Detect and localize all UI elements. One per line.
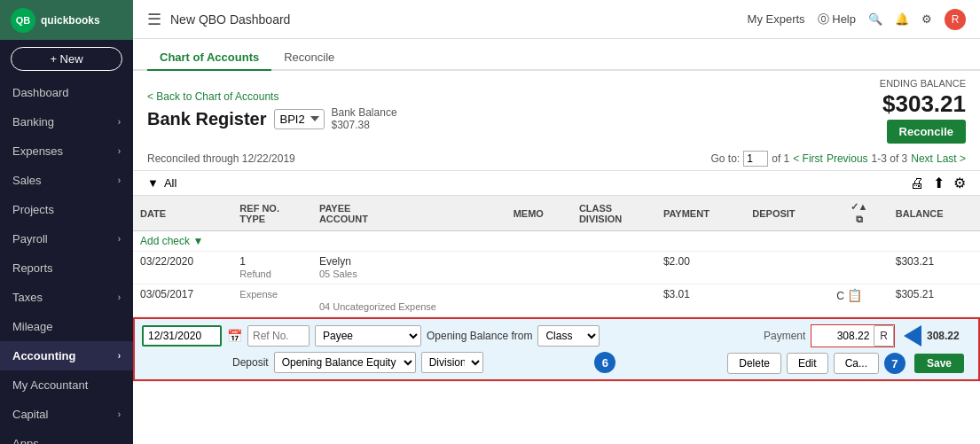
- cell-deposit: [745, 284, 829, 317]
- goto-label: Go to:: [711, 152, 741, 165]
- bank-balance-value: $307.38: [332, 119, 397, 131]
- sidebar-item-label: Dashboard: [12, 86, 69, 99]
- sidebar-item-sales[interactable]: Sales ›: [0, 166, 133, 195]
- cancel-button[interactable]: Ca...: [834, 353, 879, 374]
- last-link[interactable]: Last >: [937, 152, 966, 165]
- col-memo: MEMO: [506, 196, 572, 231]
- chevron-right-icon: ›: [118, 234, 121, 244]
- balance-value: 308.22: [927, 330, 971, 342]
- my-experts-button[interactable]: My Experts: [748, 12, 805, 26]
- cell-memo: [506, 284, 572, 317]
- sidebar-item-taxes[interactable]: Taxes ›: [0, 283, 133, 312]
- app-logo: QB quickbooks: [0, 0, 133, 40]
- sidebar-item-reports[interactable]: Reports: [0, 253, 133, 283]
- bank-balance-info: Bank Balance $307.38: [332, 106, 397, 131]
- sidebar-item-apps[interactable]: Apps: [0, 429, 133, 444]
- chevron-right-icon: ›: [118, 292, 121, 302]
- tab-chart-of-accounts[interactable]: Chart of Accounts: [147, 45, 271, 71]
- back-link[interactable]: < Back to Chart of Accounts: [147, 90, 397, 103]
- search-icon[interactable]: 🔍: [868, 12, 882, 26]
- sidebar-item-mileage[interactable]: Mileage: [0, 312, 133, 341]
- edit-button[interactable]: Edit: [787, 353, 828, 374]
- col-date: DATE: [133, 196, 232, 231]
- new-button[interactable]: + New: [11, 47, 122, 71]
- sidebar-item-label: Reports: [12, 261, 53, 275]
- payee-select[interactable]: Payee: [315, 325, 421, 347]
- settings-icon[interactable]: ⚙: [921, 12, 932, 26]
- add-check-dropdown-icon[interactable]: ▼: [192, 235, 203, 247]
- calendar-icon[interactable]: 📅: [227, 329, 242, 343]
- sidebar-item-label: Payroll: [12, 232, 48, 245]
- refno-input[interactable]: [247, 325, 310, 347]
- payment-label: Payment: [764, 330, 805, 342]
- date-input[interactable]: [142, 325, 222, 347]
- logo-text: quickbooks: [41, 14, 100, 27]
- col-balance: BALANCE: [889, 196, 980, 231]
- sidebar-item-label: Capital: [12, 408, 48, 421]
- sidebar-item-projects[interactable]: Projects: [0, 195, 133, 224]
- reconciled-through-text: Reconciled through 12/22/2019: [147, 152, 295, 165]
- sidebar-item-dashboard[interactable]: Dashboard: [0, 78, 133, 107]
- sidebar-item-expenses[interactable]: Expenses ›: [0, 136, 133, 166]
- user-avatar[interactable]: R: [945, 9, 966, 30]
- first-link[interactable]: < First: [793, 152, 823, 165]
- division-select[interactable]: Division: [421, 352, 483, 373]
- reconcile-button[interactable]: Reconcile: [887, 120, 966, 144]
- export-icon[interactable]: ⬆: [933, 175, 945, 191]
- sidebar-item-label: Accounting: [12, 349, 76, 362]
- filter-right: 🖨 ⬆ ⚙: [910, 175, 966, 191]
- settings-table-icon[interactable]: ⚙: [953, 175, 966, 191]
- sidebar-item-capital[interactable]: Capital ›: [0, 400, 133, 429]
- blue-arrow-icon: [904, 325, 921, 347]
- logo-icon: QB: [11, 8, 35, 33]
- payment-input[interactable]: [811, 325, 874, 347]
- opening-balance-label: Opening Balance from: [427, 330, 532, 342]
- deposit-label: Deposit: [232, 356, 269, 369]
- sidebar-item-label: Apps: [12, 437, 39, 444]
- entry-row-2: Deposit Opening Balance Equity Division …: [142, 351, 971, 374]
- cell-payment: $3.01: [656, 284, 745, 317]
- sidebar-item-label: Taxes: [12, 291, 43, 304]
- account-selector[interactable]: BPI2: [274, 109, 325, 129]
- add-check-label[interactable]: Add check: [140, 235, 190, 247]
- step-6-badge: 6: [594, 352, 615, 373]
- filter-icon[interactable]: ▼: [147, 176, 159, 190]
- class-select[interactable]: Class: [537, 325, 600, 347]
- sidebar-item-label: Mileage: [12, 320, 53, 333]
- goto-input[interactable]: [743, 151, 768, 167]
- table-row[interactable]: 03/22/2020 1Refund Evelyn05 Sales $2.00 …: [133, 252, 980, 284]
- step-7-badge: 7: [884, 353, 906, 374]
- sidebar-item-my-accountant[interactable]: My Accountant: [0, 370, 133, 400]
- filter-all-label: All: [164, 176, 176, 190]
- cell-ref: 1Refund: [232, 252, 312, 284]
- sidebar-item-accounting[interactable]: Accounting ›: [0, 341, 133, 370]
- cell-payee: Evelyn05 Sales: [312, 252, 506, 284]
- chevron-right-icon: ›: [118, 351, 121, 361]
- topbar-right: My Experts ⓪ Help 🔍 🔔 ⚙ R: [748, 9, 966, 30]
- account-entry-select[interactable]: Opening Balance Equity: [274, 352, 416, 373]
- goto-section: Go to: of 1 < First Previous 1-3 of 3 Ne…: [711, 151, 966, 167]
- page-title: New QBO Dashboard: [170, 12, 290, 27]
- tab-reconcile[interactable]: Reconcile: [271, 45, 347, 71]
- save-button[interactable]: Save: [914, 354, 964, 373]
- notifications-icon[interactable]: 🔔: [895, 12, 909, 26]
- col-class: CLASSDIVISION: [572, 196, 656, 231]
- col-payee: PAYEEACCOUNT: [312, 196, 506, 231]
- topbar-left: ☰ New QBO Dashboard: [147, 10, 290, 29]
- print-icon[interactable]: 🖨: [910, 175, 924, 191]
- sidebar-item-payroll[interactable]: Payroll ›: [0, 224, 133, 253]
- add-check-row[interactable]: Add check ▼: [133, 231, 980, 252]
- register-header-left: < Back to Chart of Accounts Bank Registe…: [147, 90, 397, 131]
- hamburger-icon[interactable]: ☰: [147, 10, 161, 29]
- help-button[interactable]: ⓪ Help: [818, 12, 856, 27]
- cell-memo: [506, 252, 572, 284]
- register-title: Bank Register: [147, 109, 267, 129]
- next-link[interactable]: Next: [911, 152, 933, 165]
- delete-button[interactable]: Delete: [727, 353, 781, 374]
- chevron-right-icon: ›: [118, 117, 121, 127]
- ending-balance-value: $303.21: [882, 90, 966, 118]
- previous-link[interactable]: Previous: [827, 152, 868, 165]
- sidebar-item-banking[interactable]: Banking ›: [0, 107, 133, 136]
- table-row[interactable]: 03/05/2017 Expense 04 Uncategorized Expe…: [133, 284, 980, 317]
- register-content: < Back to Chart of Accounts Bank Registe…: [133, 71, 980, 444]
